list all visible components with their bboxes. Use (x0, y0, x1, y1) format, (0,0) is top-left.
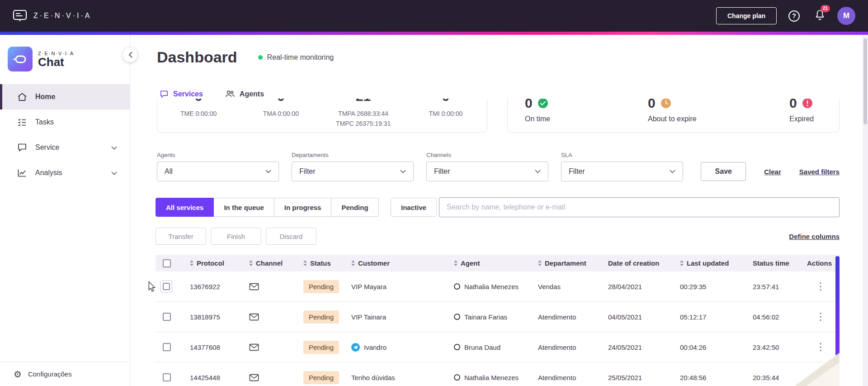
topbar: Z·E·N·V·I·A Change plan ? 21 M (0, 0, 868, 32)
col-actions: Actions (802, 259, 840, 267)
save-filter-button[interactable]: Save (701, 162, 746, 181)
sla-value: 0 (789, 99, 797, 110)
sidebar-item-label: Analysis (35, 169, 62, 177)
select-all-checkbox[interactable] (163, 259, 171, 267)
discard-button[interactable]: Discard (266, 228, 316, 245)
sort-last-updated-icon[interactable] (680, 260, 684, 266)
agent-cell: Tainara Farias (448, 313, 533, 321)
sort-departament-icon[interactable] (538, 260, 542, 266)
col-departament: Departament (533, 259, 603, 267)
select-value: Filter (569, 167, 585, 176)
agent-name: Bruna Daud (464, 343, 500, 351)
row-actions-kebab-icon[interactable]: ⋮ (816, 282, 826, 291)
tab-in-the-queue[interactable]: In the queue (214, 198, 274, 217)
col-label: Customer (358, 259, 390, 267)
customer-cell: Tenho dúvidas (346, 374, 448, 381)
tab-pending[interactable]: Pending (331, 198, 378, 217)
page-scrollbar-thumb[interactable] (863, 38, 867, 124)
sla-select[interactable]: Filter (561, 162, 683, 181)
gear-icon: ⚙ (14, 370, 22, 379)
notifications-button[interactable]: 21 (814, 9, 826, 23)
filter-actions: Save Clear Saved filters (701, 162, 840, 181)
sort-channel-icon[interactable] (249, 260, 253, 266)
created-cell: 04/05/2021 (603, 313, 675, 321)
row-checkbox[interactable] (163, 283, 170, 290)
table-row[interactable]: 13818975 Pending VIP Tainara Tainara Far… (156, 302, 840, 332)
change-plan-button[interactable]: Change plan (716, 7, 777, 24)
row-checkbox[interactable] (163, 313, 171, 321)
search-input[interactable] (439, 197, 840, 217)
sidebar-item-tasks[interactable]: Tasks (0, 110, 130, 135)
agent-name: Tainara Farias (464, 313, 507, 321)
tab-services-label: Services (173, 90, 203, 98)
metric-value: 0 (157, 99, 240, 104)
customer-cell: Ivandro (346, 343, 448, 352)
table-row[interactable]: 13676922 Pending VIP Mayara Nathalia Men… (156, 272, 840, 302)
customer-cell: VIP Tainara (346, 313, 448, 321)
sidebar-settings[interactable]: ⚙ Configurações (0, 362, 130, 386)
status-cell: Pending (298, 280, 346, 293)
email-channel-icon (249, 283, 259, 291)
agent-name: Nathalia Menezes (464, 283, 519, 291)
notification-count-badge: 21 (821, 5, 830, 12)
protocol-cell: 14377608 (184, 343, 244, 351)
sidebar-collapse-button[interactable] (123, 47, 138, 62)
status-badge: Pending (303, 371, 339, 384)
agent-status-icon (454, 344, 460, 350)
row-actions-kebab-icon[interactable]: ⋮ (816, 312, 826, 321)
customer-name: Ivandro (364, 343, 387, 351)
agents-select[interactable]: All (157, 162, 279, 181)
channel-cell (244, 374, 298, 381)
row-checkbox[interactable] (163, 343, 171, 351)
row-checkbox[interactable] (163, 373, 171, 381)
finish-button[interactable]: Finish (211, 228, 261, 245)
about-to-expire-icon (661, 99, 671, 108)
topbar-right: Change plan ? 21 M (716, 7, 855, 25)
sidebar-item-home[interactable]: Home (0, 84, 130, 110)
filter-label: Departaments (292, 152, 414, 158)
sla-card: 0 On time 0 (507, 99, 840, 133)
saved-filters-link[interactable]: Saved filters (799, 168, 840, 176)
brand-gradient-bar (0, 32, 868, 35)
table-row[interactable]: 14425448 Pending Tenho dúvidas Nathalia … (156, 362, 840, 386)
status-badge: Pending (303, 341, 339, 354)
define-columns-link[interactable]: Define columns (789, 233, 840, 240)
help-icon[interactable]: ? (788, 10, 800, 22)
chat-logo-icon (8, 47, 33, 71)
zenvia-brand-text: Z·E·N·V·I·A (33, 12, 91, 20)
product-logo: Z·E·N·V·I·A Chat (0, 35, 130, 71)
col-label: Date of creation (608, 259, 659, 267)
departaments-select[interactable]: Filter (292, 162, 414, 181)
agent-status-icon (454, 283, 460, 290)
sidebar-item-analysis[interactable]: Analysis (0, 160, 130, 186)
on-time-icon (538, 99, 548, 108)
sort-protocol-icon[interactable] (190, 260, 193, 266)
filter-agents: Agents All (157, 152, 279, 181)
sort-customer-icon[interactable] (351, 260, 355, 266)
tab-inactive[interactable]: Inactive (391, 198, 437, 217)
col-label: Status (310, 259, 331, 267)
col-protocol: Protocol (184, 259, 244, 267)
col-label: Departament (545, 259, 586, 267)
col-date-of-creation: Date of creation (603, 259, 675, 267)
sort-agent-icon[interactable] (454, 260, 458, 266)
agent-cell: Bruna Daud (448, 343, 533, 351)
sort-status-icon[interactable] (303, 260, 307, 266)
sla-label: Expired (789, 115, 814, 123)
chevron-down-icon (265, 170, 271, 173)
channels-select[interactable]: Filter (426, 162, 548, 181)
user-avatar[interactable]: M (837, 7, 855, 25)
telegram-icon (351, 343, 360, 352)
status-time-cell: 23:42:50 (747, 343, 802, 351)
transfer-button[interactable]: Transfer (156, 228, 206, 245)
tab-in-progress[interactable]: In progress (274, 198, 332, 217)
page-scrollbar-track[interactable] (863, 35, 868, 386)
tab-all-services[interactable]: All services (156, 198, 214, 217)
services-table: Protocol Channel Status Customer Agent (156, 255, 840, 386)
clear-filters-link[interactable]: Clear (764, 168, 781, 176)
col-label: Channel (256, 259, 283, 267)
table-row[interactable]: 14377608 Pending Ivandro Bruna Daud Aten… (156, 332, 840, 362)
sidebar-item-service[interactable]: Service (0, 135, 130, 160)
table-scrollbar-thumb[interactable] (835, 256, 840, 356)
green-status-dot (258, 55, 263, 60)
